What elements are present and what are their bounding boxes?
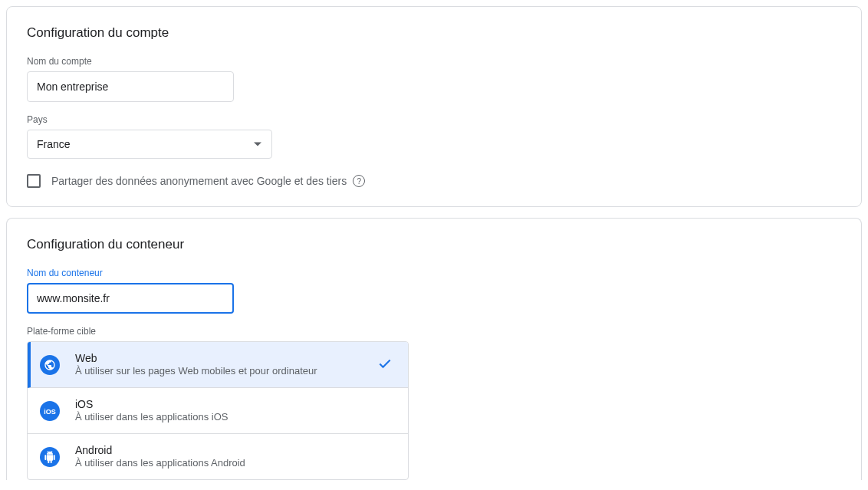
globe-icon	[40, 355, 60, 375]
account-name-label: Nom du compte	[27, 56, 841, 67]
share-data-checkbox[interactable]	[27, 174, 41, 188]
container-config-title: Configuration du conteneur	[27, 237, 841, 252]
container-name-label: Nom du conteneur	[27, 268, 841, 278]
share-data-label: Partager des données anonymement avec Go…	[51, 175, 365, 187]
platform-list: Web À utiliser sur les pages Web mobiles…	[27, 341, 409, 480]
container-name-input[interactable]	[27, 283, 234, 314]
ios-icon: iOS	[40, 401, 60, 421]
country-label: Pays	[27, 114, 841, 125]
account-name-field: Nom du compte	[27, 56, 841, 102]
country-value: France	[37, 138, 71, 150]
check-icon	[377, 356, 393, 373]
platform-name: Web	[75, 351, 396, 365]
account-name-input[interactable]	[27, 71, 234, 102]
account-config-title: Configuration du compte	[27, 25, 841, 41]
share-data-row: Partager des données anonymement avec Go…	[27, 174, 841, 188]
platform-option-android[interactable]: Android À utiliser dans les applications…	[28, 434, 408, 479]
platform-option-ios[interactable]: iOS iOS À utiliser dans les applications…	[28, 388, 408, 434]
platform-name: iOS	[75, 397, 396, 411]
country-field: Pays France	[27, 114, 841, 159]
target-platform-field: Plate-forme cible Web À utiliser sur les…	[27, 326, 841, 480]
android-icon	[40, 447, 60, 467]
target-platform-label: Plate-forme cible	[27, 326, 841, 337]
platform-desc: À utiliser dans les applications Android	[75, 457, 396, 470]
container-config-card: Configuration du conteneur Nom du conten…	[6, 218, 862, 480]
help-icon[interactable]: ?	[353, 175, 365, 187]
platform-option-web[interactable]: Web À utiliser sur les pages Web mobiles…	[28, 342, 408, 388]
platform-desc: À utiliser dans les applications iOS	[75, 411, 396, 424]
container-name-field: Nom du conteneur	[27, 268, 841, 314]
svg-text:iOS: iOS	[44, 408, 56, 416]
platform-name: Android	[75, 443, 396, 457]
country-select[interactable]: France	[27, 130, 272, 159]
platform-desc: À utiliser sur les pages Web mobiles et …	[75, 365, 396, 378]
account-config-card: Configuration du compte Nom du compte Pa…	[6, 6, 862, 207]
